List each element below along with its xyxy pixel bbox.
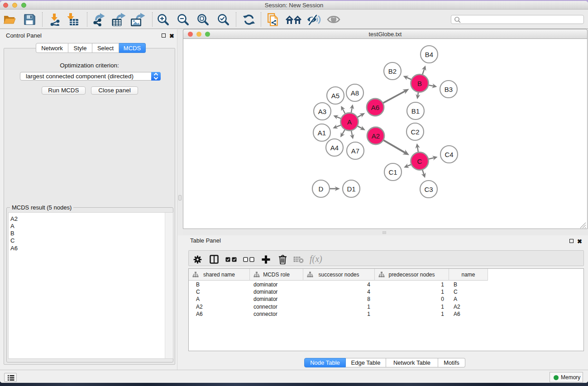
svg-text:D1: D1 [347,185,355,193]
svg-text:A4: A4 [330,144,339,152]
svg-text:C1: C1 [388,168,397,176]
svg-text:C3: C3 [424,186,433,193]
svg-text:B3: B3 [445,86,453,93]
svg-text:A3: A3 [318,108,326,115]
svg-text:A5: A5 [331,92,339,100]
svg-text:B: B [417,80,422,87]
svg-text:B1: B1 [411,107,420,115]
svg-text:B2: B2 [388,67,397,75]
svg-text:C2: C2 [411,128,419,136]
svg-text:A6: A6 [371,104,379,111]
svg-text:D: D [319,185,324,193]
svg-text:C4: C4 [445,151,453,158]
svg-text:C: C [417,157,422,165]
svg-text:A8: A8 [351,89,359,97]
svg-text:A1: A1 [318,129,326,137]
svg-text:A2: A2 [372,132,380,140]
svg-text:A7: A7 [351,147,359,155]
svg-text:A: A [347,118,352,126]
svg-text:B4: B4 [425,51,433,58]
